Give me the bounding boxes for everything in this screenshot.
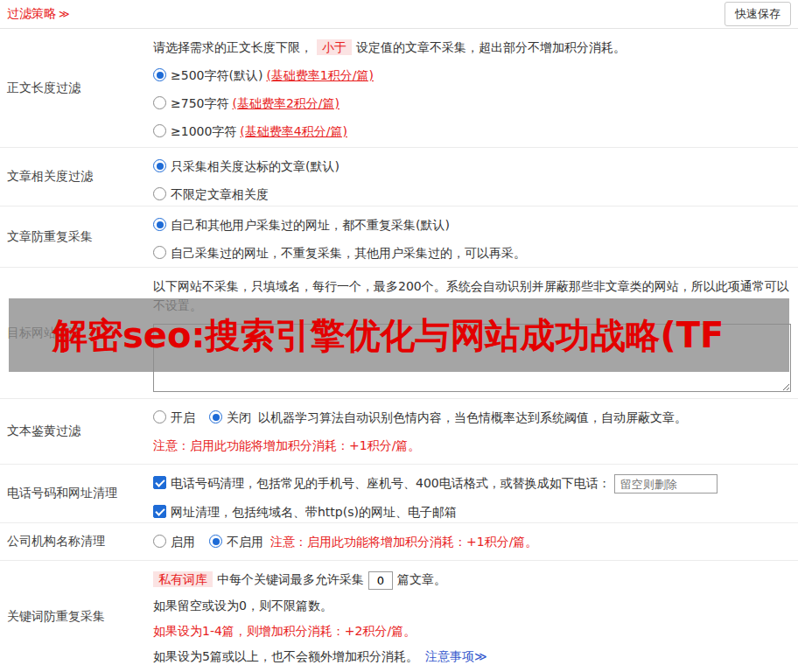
phone-clean-label: 电话号码清理，包括常见的手机号、座机号、400电话格式，或替换成如下电话： [171, 476, 611, 490]
checkbox-phone-clean[interactable] [153, 476, 166, 489]
radio-500-chars[interactable] [153, 68, 166, 81]
radio-porn-filter-on[interactable] [153, 410, 166, 424]
section-title-toggle[interactable]: 过滤策略≫ [7, 6, 70, 22]
radio-relevance-any[interactable] [153, 187, 166, 200]
row-porn-filter: 文本鉴黄过滤 开启关闭以机器学习算法自动识别色情内容，当色情概率达到系统阈值，自… [0, 399, 798, 465]
length-option-1000: ≥1000字符(基础费率4积分/篇) [153, 122, 791, 141]
length-option-500: ≥500字符(默认)(基础费率1积分/篇) [153, 66, 791, 85]
relevance-option-any: 不限定文章相关度 [153, 185, 791, 204]
dedup-option-self-only-label: 自己采集过的网址，不重复采集，其他用户采集过的，可以再采。 [171, 246, 526, 260]
header-bar: 过滤策略≫ 快速保存 [0, 0, 798, 29]
radio-company-clean-enable[interactable] [153, 535, 166, 548]
dedup-option-all-users-label: 自己和其他用户采集过的网址，都不重复采集(默认) [171, 218, 450, 232]
less-than-highlight: 小于 [317, 39, 352, 55]
url-clean-option: 网址清理，包括纯域名、带http(s)的网址、电子邮箱 [153, 502, 791, 522]
row-label-dedup-collect: 文章防重复采集 [0, 206, 153, 267]
radio-750-chars[interactable] [153, 96, 166, 109]
porn-filter-on-label: 开启 [171, 410, 195, 424]
keyword-dedup-line4: 如果设为5篇或以上，也不会额外增加积分消耗。注意事项≫ [153, 647, 791, 666]
dedup-option-self-only: 自己采集过的网址，不重复采集，其他用户采集过的，可以再采。 [153, 243, 791, 262]
radio-dedup-self-only[interactable] [153, 246, 166, 259]
row-content-length-filter: 请选择需求的正文长度下限，小于设定值的文章不采集，超出部分不增加积分消耗。 ≥5… [153, 29, 798, 147]
radio-porn-filter-off[interactable] [209, 410, 222, 424]
radio-dedup-all-users[interactable] [153, 218, 166, 231]
row-content-phone-url-clean: 电话号码清理，包括常见的手机号、座机号、400电话格式，或替换成如下电话： 网址… [153, 465, 798, 522]
radio-1000-chars[interactable] [153, 124, 166, 137]
row-label-company-clean: 公司机构名称清理 [0, 523, 153, 560]
filter-strategy-page: 过滤策略≫ 快速保存 正文长度过滤 请选择需求的正文长度下限，小于设定值的文章不… [0, 0, 798, 672]
length-option-750-fee: (基础费率2积分/篇) [232, 96, 340, 110]
phone-clean-option: 电话号码清理，包括常见的手机号、座机号、400电话格式，或替换成如下电话： [153, 473, 791, 494]
keyword-dedup-line1: 私有词库中每个关键词最多允许采集篇文章。 [153, 570, 791, 590]
chevron-down-icon: ≫ [59, 8, 70, 20]
relevance-option-strict: 只采集相关度达标的文章(默认) [153, 157, 791, 176]
phone-replace-input[interactable] [614, 474, 718, 494]
radio-company-clean-disable[interactable] [209, 535, 222, 548]
porn-filter-off-label: 关闭 [227, 410, 251, 424]
row-keyword-dedup: 关键词防重复采集 私有词库中每个关键词最多允许采集篇文章。 如果留空或设为0，则… [0, 561, 798, 672]
row-label-porn-filter: 文本鉴黄过滤 [0, 399, 153, 464]
porn-filter-desc: 以机器学习算法自动识别色情内容，当色情概率达到系统阈值，自动屏蔽文章。 [258, 410, 687, 424]
row-relevance-filter: 文章相关度过滤 只采集相关度达标的文章(默认) 不限定文章相关度 [0, 148, 798, 206]
relevance-option-strict-label: 只采集相关度达标的文章(默认) [171, 159, 340, 173]
page-title: 过滤策略 [7, 6, 56, 20]
private-lexicon-highlight[interactable]: 私有词库 [153, 571, 213, 587]
keyword-dedup-line2: 如果留空或设为0，则不限篇数。 [153, 596, 791, 615]
watermark-overlay: 解密seo:搜索引擎优化与网站成功战略(TF [9, 298, 789, 372]
keyword-dedup-line4-text: 如果设为5篇或以上，也不会额外增加积分消耗。 [153, 649, 418, 663]
porn-filter-warning: 注意：启用此功能将增加积分消耗：+1积分/篇。 [153, 436, 791, 455]
keyword-max-count-input[interactable] [368, 571, 393, 590]
keyword-dedup-line3: 如果设为1-4篇，则增加积分消耗：+2积分/篇。 [153, 621, 791, 640]
length-filter-intro: 请选择需求的正文长度下限，小于设定值的文章不采集，超出部分不增加积分消耗。 [153, 38, 791, 57]
url-clean-label: 网址清理，包括纯域名、带http(s)的网址、电子邮箱 [171, 505, 457, 519]
watermark-text: 解密seo:搜索引擎优化与网站成功战略(TF [52, 312, 724, 360]
length-option-750: ≥750字符(基础费率2积分/篇) [153, 94, 791, 113]
length-option-750-label: ≥750字符 [171, 96, 228, 110]
porn-filter-options: 开启关闭以机器学习算法自动识别色情内容，当色情概率达到系统阈值，自动屏蔽文章。 [153, 408, 791, 427]
radio-relevance-strict[interactable] [153, 159, 166, 172]
company-clean-disable-label: 不启用 [227, 535, 263, 549]
row-dedup-collect: 文章防重复采集 自己和其他用户采集过的网址，都不重复采集(默认) 自己采集过的网… [0, 206, 798, 268]
dedup-option-all-users: 自己和其他用户采集过的网址，都不重复采集(默认) [153, 215, 791, 234]
quick-save-button[interactable]: 快速保存 [724, 2, 791, 26]
row-label-keyword-dedup: 关键词防重复采集 [0, 561, 153, 672]
row-content-porn-filter: 开启关闭以机器学习算法自动识别色情内容，当色情概率达到系统阈值，自动屏蔽文章。 … [153, 399, 798, 464]
relevance-option-any-label: 不限定文章相关度 [171, 187, 269, 201]
row-label-phone-url-clean: 电话号码和网址清理 [0, 465, 153, 522]
row-label-length-filter: 正文长度过滤 [0, 29, 153, 147]
intro-text-post: 设定值的文章不采集，超出部分不增加积分消耗。 [356, 40, 626, 54]
checkbox-url-clean[interactable] [153, 505, 166, 518]
row-content-dedup-collect: 自己和其他用户采集过的网址，都不重复采集(默认) 自己采集过的网址，不重复采集，… [153, 206, 798, 267]
company-clean-warning: 注意：启用此功能将增加积分消耗：+1积分/篇。 [270, 535, 537, 549]
length-option-500-fee: (基础费率1积分/篇) [266, 68, 374, 82]
length-option-1000-label: ≥1000字符 [171, 124, 236, 138]
row-length-filter: 正文长度过滤 请选择需求的正文长度下限，小于设定值的文章不采集，超出部分不增加积… [0, 29, 798, 148]
row-content-relevance-filter: 只采集相关度达标的文章(默认) 不限定文章相关度 [153, 148, 798, 206]
row-label-relevance-filter: 文章相关度过滤 [0, 148, 153, 206]
intro-text-pre: 请选择需求的正文长度下限， [153, 40, 312, 54]
length-option-1000-fee: (基础费率4积分/篇) [240, 124, 347, 138]
row-phone-url-clean: 电话号码和网址清理 电话号码清理，包括常见的手机号、座机号、400电话格式，或替… [0, 465, 798, 523]
company-clean-options: 启用不启用注意：启用此功能将增加积分消耗：+1积分/篇。 [153, 532, 791, 551]
row-content-keyword-dedup: 私有词库中每个关键词最多允许采集篇文章。 如果留空或设为0，则不限篇数。 如果设… [153, 561, 798, 672]
length-option-500-label: ≥500字符(默认) [171, 68, 262, 82]
company-clean-enable-label: 启用 [171, 535, 195, 549]
keyword-dedup-line1-post: 篇文章。 [397, 572, 446, 586]
keyword-dedup-line1-mid: 中每个关键词最多允许采集 [217, 572, 364, 586]
row-company-clean: 公司机构名称清理 启用不启用注意：启用此功能将增加积分消耗：+1积分/篇。 [0, 523, 798, 561]
row-content-company-clean: 启用不启用注意：启用此功能将增加积分消耗：+1积分/篇。 [153, 523, 798, 560]
notes-link[interactable]: 注意事项≫ [425, 649, 487, 663]
